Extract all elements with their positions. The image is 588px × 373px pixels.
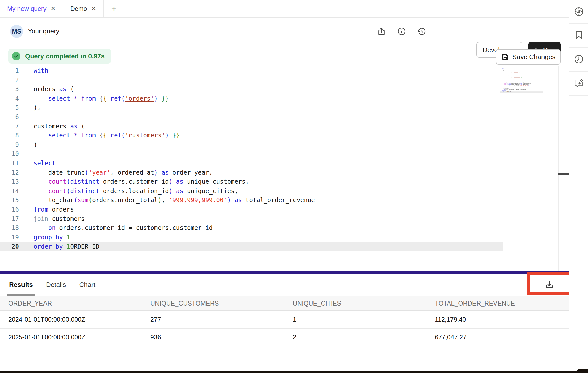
right-sidebar bbox=[569, 0, 588, 373]
code-line-12[interactable]: 12 date_trunc('year', ordered_at) as ord… bbox=[0, 168, 558, 177]
editor-bottom-border bbox=[0, 268, 569, 268]
table-row[interactable]: 2024-01-01T00:00:00.000Z2771112,179.40 bbox=[0, 311, 569, 329]
query-title: Your query bbox=[28, 27, 59, 35]
ai-chat-icon[interactable] bbox=[569, 72, 588, 95]
line-number: 2 bbox=[0, 76, 19, 85]
sql-code-editor[interactable]: 1with23orders as (4 select * from {{ ref… bbox=[0, 66, 558, 271]
line-number: 15 bbox=[0, 196, 19, 205]
code-line-7[interactable]: 7customers as ( bbox=[0, 122, 558, 131]
line-number: 1 bbox=[0, 66, 19, 76]
line-number: 4 bbox=[0, 94, 19, 103]
tab-label: My new query bbox=[7, 5, 47, 12]
code-line-20: order by 1ORDER_ID bbox=[500, 91, 543, 93]
code-lines: 1with23orders as (4 select * from {{ ref… bbox=[0, 66, 558, 251]
code-line-16[interactable]: 16from orders bbox=[0, 205, 558, 214]
indent-guide bbox=[34, 223, 34, 233]
tab-chart[interactable]: Chart bbox=[79, 274, 95, 296]
line-number: 10 bbox=[0, 149, 19, 159]
tab-bar: My new query ✕ Demo ✕ + bbox=[0, 0, 569, 18]
header-actions bbox=[376, 18, 427, 44]
tab-details[interactable]: Details bbox=[46, 274, 66, 296]
plus-icon[interactable]: + bbox=[104, 0, 124, 17]
editor-minimap[interactable]: withorders as ( select * from {{ ref('or… bbox=[500, 68, 543, 93]
code-line-20[interactable]: 20order by 1ORDER_ID bbox=[0, 242, 503, 251]
indent-guide bbox=[34, 177, 34, 186]
line-number: 8 bbox=[0, 131, 19, 140]
table-cell: 1 bbox=[293, 316, 435, 323]
code-line-19[interactable]: 19group by 1 bbox=[0, 233, 558, 242]
query-status-badge: Query completed in 0.97s bbox=[8, 49, 111, 64]
sidebar-divider bbox=[569, 71, 588, 72]
code-line-1[interactable]: 1with bbox=[0, 66, 558, 76]
code-line-18[interactable]: 18 on orders.customer_id = customers.cus… bbox=[0, 223, 558, 233]
code-line-15[interactable]: 15 to_char(sum(orders.order_total), '999… bbox=[0, 196, 558, 205]
panel-resize-handle[interactable] bbox=[558, 173, 569, 175]
compass-icon[interactable] bbox=[569, 0, 588, 23]
code-line-8[interactable]: 8 select * from {{ ref('customers') }} bbox=[0, 131, 558, 140]
info-icon[interactable] bbox=[396, 26, 407, 37]
code-line-11[interactable]: 11select bbox=[0, 159, 558, 168]
line-number: 7 bbox=[0, 122, 19, 131]
clock-icon[interactable] bbox=[569, 48, 588, 71]
line-number: 16 bbox=[0, 205, 19, 214]
code-line-14[interactable]: 14 count(distinct orders.location_id) as… bbox=[0, 186, 558, 196]
column-header: UNIQUE_CITIES bbox=[293, 300, 435, 307]
code-line-5[interactable]: 5), bbox=[0, 103, 558, 112]
code-line-2[interactable]: 2 bbox=[0, 76, 558, 85]
table-cell: 677,047.27 bbox=[435, 334, 577, 341]
tab-results[interactable]: Results bbox=[9, 274, 33, 296]
code-line-3[interactable]: 3orders as ( bbox=[0, 85, 558, 94]
code-line-13[interactable]: 13 count(distinct orders.customer_id) as… bbox=[0, 177, 558, 186]
table-cell: 2025-01-01T00:00:00.000Z bbox=[8, 334, 150, 341]
indent-guide bbox=[34, 168, 34, 177]
editor-scroll-track bbox=[558, 66, 559, 271]
query-editor-app: My new query ✕ Demo ✕ + MS Your query De… bbox=[0, 0, 588, 373]
sidebar-divider bbox=[569, 95, 588, 96]
query-header: MS Your query Develop Run bbox=[0, 18, 569, 44]
line-number: 6 bbox=[0, 112, 19, 122]
floppy-icon bbox=[501, 53, 509, 61]
code-line-10[interactable]: 10 bbox=[0, 149, 558, 159]
line-number: 3 bbox=[0, 85, 19, 94]
table-cell: 112,179.40 bbox=[435, 316, 577, 323]
bottom-corner-shape bbox=[576, 369, 588, 373]
history-icon[interactable] bbox=[417, 26, 427, 37]
tab-label: Demo bbox=[70, 5, 87, 12]
indent-guide bbox=[34, 131, 34, 140]
column-header: TOTAL_ORDER_REVENUE bbox=[435, 300, 577, 307]
table-cell: 936 bbox=[150, 334, 293, 341]
check-circle-icon bbox=[12, 52, 20, 60]
code-line-6[interactable]: 6 bbox=[0, 112, 558, 122]
results-table: ORDER_YEARUNIQUE_CUSTOMERSUNIQUE_CITIEST… bbox=[0, 296, 569, 346]
column-header: UNIQUE_CUSTOMERS bbox=[150, 300, 293, 307]
column-header: ORDER_YEAR bbox=[8, 300, 150, 307]
bottom-screen-edge bbox=[0, 371, 588, 373]
line-number: 9 bbox=[0, 140, 19, 150]
download-results-button[interactable] bbox=[535, 277, 563, 293]
tab-my-new-query[interactable]: My new query ✕ bbox=[0, 0, 63, 17]
save-changes-label: Save Changes bbox=[512, 53, 556, 61]
line-number: 20 bbox=[0, 242, 19, 251]
save-changes-button[interactable]: Save Changes bbox=[496, 49, 561, 65]
line-number: 11 bbox=[0, 159, 19, 168]
avatar: MS bbox=[10, 25, 23, 38]
line-number: 5 bbox=[0, 103, 19, 112]
share-icon[interactable] bbox=[376, 26, 387, 37]
tab-demo[interactable]: Demo ✕ bbox=[63, 0, 104, 17]
line-number: 13 bbox=[0, 177, 19, 186]
code-line-9[interactable]: 9) bbox=[0, 140, 558, 150]
table-cell: 2024-01-01T00:00:00.000Z bbox=[8, 316, 150, 323]
code-line-4[interactable]: 4 select * from {{ ref('orders') }} bbox=[0, 94, 558, 103]
line-number: 12 bbox=[0, 168, 19, 177]
table-row[interactable]: 2025-01-01T00:00:00.000Z9362677,047.27 bbox=[0, 329, 569, 346]
line-number: 14 bbox=[0, 186, 19, 196]
bookmark-icon[interactable] bbox=[569, 24, 588, 47]
close-icon[interactable]: ✕ bbox=[91, 6, 96, 12]
line-number: 19 bbox=[0, 233, 19, 242]
results-table-body: 2024-01-01T00:00:00.000Z2771112,179.4020… bbox=[0, 311, 569, 346]
panel-splitter[interactable] bbox=[0, 271, 569, 274]
code-line-17[interactable]: 17join customers bbox=[0, 214, 558, 224]
indent-guide bbox=[34, 186, 34, 196]
close-icon[interactable]: ✕ bbox=[51, 6, 56, 12]
indent-guide bbox=[34, 196, 34, 205]
